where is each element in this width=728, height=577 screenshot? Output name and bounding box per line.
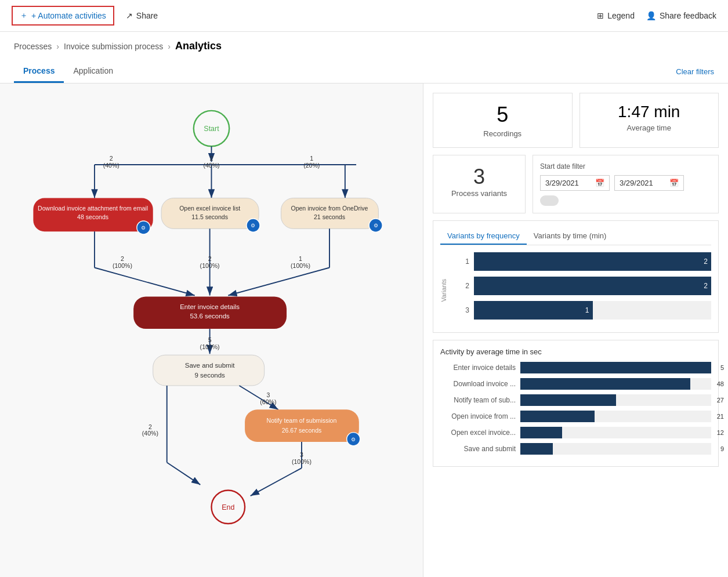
legend-label: Legend <box>607 11 635 20</box>
chart-tab-time[interactable]: Variants by time (min) <box>527 228 613 245</box>
date-start-input[interactable]: 3/29/2021 📅 <box>540 175 610 191</box>
legend-button[interactable]: ⊞ Legend <box>597 11 635 20</box>
date-toggle <box>540 195 711 206</box>
tab-process[interactable]: Process <box>14 60 64 83</box>
edge-label-start-right: 1 <box>310 155 313 162</box>
download-icon-glyph: ⚙ <box>141 225 146 231</box>
activity-label-6: Save and submit <box>440 445 516 453</box>
edge-label-details-count: 5 <box>208 336 212 343</box>
download-label-1: Download invoice attachment from email <box>38 205 148 212</box>
bar-bg-3: 1 <box>474 301 711 320</box>
automate-button[interactable]: ＋ + Automate activities <box>12 6 114 26</box>
date-start-value: 3/29/2021 <box>545 179 579 187</box>
edge-label-start-left-pct: (40%) <box>103 162 119 169</box>
edge-label-ex-pct: (100%) <box>200 262 220 269</box>
main-content: Start 2 (40%) 2 (40%) 1 (20%) Download i… <box>0 84 728 577</box>
save-submit-node <box>153 355 265 386</box>
activity-row-6: Save and submit 9 <box>440 443 711 455</box>
edge-onedrive-to-details <box>228 268 329 296</box>
activity-bar-value-1: 5 <box>720 364 724 371</box>
bar-fill-1: 2 <box>474 252 711 271</box>
topbar-right: ⊞ Legend 👤 Share feedback <box>597 11 716 20</box>
date-end-value: 3/29/2021 <box>620 179 653 187</box>
date-end-input[interactable]: 3/29/2021 📅 <box>614 175 684 191</box>
share-label: Share <box>136 11 158 20</box>
activity-chart: Enter invoice details 5 Download invoice… <box>440 362 711 455</box>
open-onedrive-label-2: 21 seconds <box>314 213 345 220</box>
enter-details-label-1: Enter invoice details <box>180 303 240 310</box>
recordings-label: Recordings <box>443 129 563 138</box>
activity-bar-fill-3 <box>520 394 616 406</box>
activity-chart-section: Activity by average time in sec Enter in… <box>433 340 719 467</box>
bar-row-2: 2 2 <box>458 277 711 295</box>
edge-label-start-left: 2 <box>110 155 113 162</box>
bar-row-3: 3 1 <box>458 301 711 320</box>
stats-row: 5 Recordings 1:47 min Average time <box>433 93 719 148</box>
tabs-bar: Process Application Clear filters <box>0 60 728 84</box>
edge-label-details-pct: (100%) <box>200 343 220 350</box>
save-submit-label-2: 9 seconds <box>194 372 225 379</box>
save-submit-label-1: Save and submit <box>185 362 235 369</box>
edge-label-start-center-pct: (40%) <box>203 162 219 169</box>
average-time-label: Average time <box>589 124 709 132</box>
edge-label-dl-count: 2 <box>121 255 124 262</box>
tab-application[interactable]: Application <box>64 60 122 83</box>
notify-label-2: 26.67 seconds <box>282 427 322 434</box>
feedback-label: Share feedback <box>660 11 716 20</box>
legend-icon: ⊞ <box>597 11 604 20</box>
activity-bar-value-3: 27 <box>717 397 724 404</box>
activity-row-2: Download invoice ... 48 <box>440 378 711 390</box>
edge-label-save-notify-count: 3 <box>266 391 270 398</box>
activity-bar-fill-2 <box>520 378 690 390</box>
edge-download-to-details <box>95 268 195 296</box>
breadcrumb-processes[interactable]: Processes <box>14 42 52 51</box>
y-axis-label: Variants <box>440 279 447 302</box>
edge-label-save-notify-pct: (60%) <box>260 398 276 405</box>
process-variants-card: 3 Process variants <box>433 155 526 213</box>
feedback-icon: 👤 <box>646 11 656 20</box>
activity-bar-bg-1: 5 <box>520 362 711 373</box>
automate-label: + Automate activities <box>31 11 106 20</box>
edge-save-to-notify <box>239 386 278 409</box>
breadcrumb: Processes › Invoice submission process ›… <box>0 32 728 60</box>
activity-label-1: Enter invoice details <box>440 364 516 372</box>
activity-bar-value-4: 21 <box>717 413 724 420</box>
start-label: Start <box>204 125 219 133</box>
activity-bar-fill-6 <box>520 443 553 455</box>
open-excel-label-1: Open excel invoice list <box>179 205 240 212</box>
analytics-panel: 5 Recordings 1:47 min Average time 3 Pro… <box>423 84 728 577</box>
diagram-panel: Start 2 (40%) 2 (40%) 1 (20%) Download i… <box>0 84 423 577</box>
activity-label-3: Notify team of sub... <box>440 396 516 404</box>
activity-row-1: Enter invoice details 5 <box>440 362 711 373</box>
date-inputs: 3/29/2021 📅 3/29/2021 📅 <box>540 175 711 191</box>
activity-row-3: Notify team of sub... 27 <box>440 394 711 406</box>
chart-tab-frequency[interactable]: Variants by frequency <box>440 228 527 245</box>
open-onedrive-label-1: Open invoice from OneDrive <box>291 205 368 212</box>
variants-section: 3 Process variants Start date filter 3/2… <box>433 155 719 213</box>
activity-bar-value-2: 48 <box>717 380 724 387</box>
activity-label-2: Download invoice ... <box>440 380 516 388</box>
breadcrumb-current: Analytics <box>175 40 222 52</box>
toggle-switch[interactable] <box>540 195 559 206</box>
share-icon: ↗ <box>126 11 133 20</box>
plus-icon: ＋ <box>20 10 28 21</box>
bar-fill-2: 2 <box>474 277 711 295</box>
bar-bg-1: 2 <box>474 252 711 271</box>
clear-filters-button[interactable]: Clear filters <box>676 67 714 76</box>
feedback-button[interactable]: 👤 Share feedback <box>646 11 716 20</box>
variants-chart-section: Variants by frequency Variants by time (… <box>433 220 719 333</box>
edge-label-start-center: 2 <box>210 155 213 162</box>
average-time-card: 1:47 min Average time <box>579 93 719 148</box>
onedrive-icon-glyph: ⚙ <box>374 223 378 228</box>
notify-label-1: Notify team of submission <box>267 417 337 424</box>
activity-row-5: Open excel invoice... 12 <box>440 427 711 438</box>
bar-label-1: 1 <box>458 257 469 266</box>
edge-label-save-end-count: 2 <box>149 423 152 430</box>
notify-node <box>245 409 359 442</box>
activity-bar-bg-5: 12 <box>520 427 711 438</box>
recordings-value: 5 <box>443 103 563 127</box>
chevron-icon-1: › <box>56 42 59 51</box>
breadcrumb-process-name[interactable]: Invoice submission process <box>64 42 163 51</box>
bar-value-3: 1 <box>585 306 589 314</box>
share-button[interactable]: ↗ Share <box>126 11 158 20</box>
